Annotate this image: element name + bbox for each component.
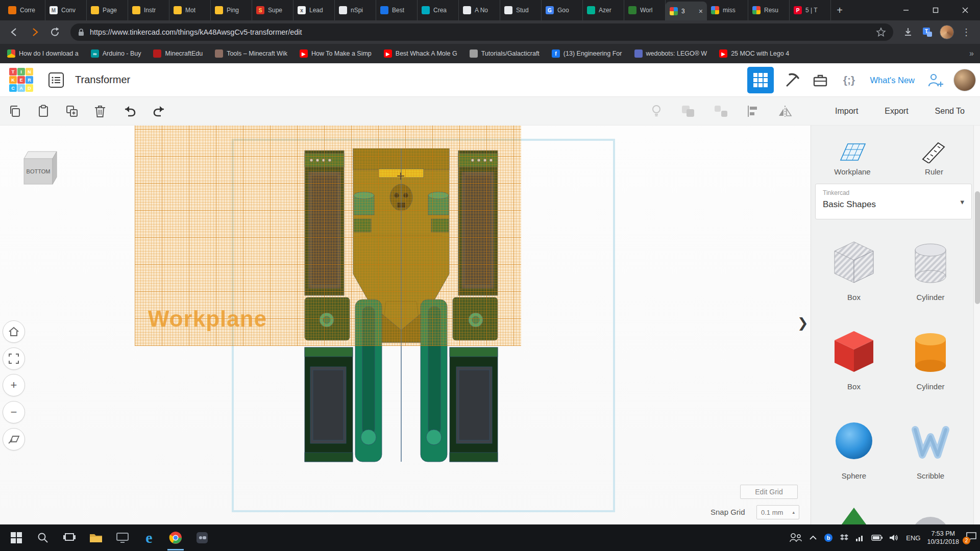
tinkercad-logo[interactable]: TINKERCAD <box>9 68 33 92</box>
home-view-button[interactable] <box>3 320 25 343</box>
tray-expand-icon[interactable] <box>809 535 817 540</box>
bookmark-item[interactable]: Tools – Minecraft Wik <box>215 49 287 58</box>
fit-view-button[interactable] <box>3 347 25 370</box>
shape-cylinder-orange[interactable]: Cylinder <box>900 327 961 391</box>
shape-partial-gray[interactable] <box>900 506 961 524</box>
file-explorer-icon[interactable] <box>83 524 109 551</box>
browser-tab[interactable]: Ping × <box>211 0 252 20</box>
design-canvas[interactable]: Workplane BOTTOM + − Edit Grid Snap Grid… <box>0 126 811 524</box>
panel-scrollbar-thumb[interactable] <box>975 191 980 304</box>
bookmark-star-icon[interactable] <box>876 27 886 37</box>
browser-tab[interactable]: Resu × <box>748 0 790 20</box>
task-view-icon[interactable] <box>56 524 83 551</box>
ungroup-icon[interactable] <box>714 105 728 118</box>
snap-grid-select[interactable]: 0.1 mm ▴ <box>756 505 799 519</box>
zoom-in-button[interactable]: + <box>3 374 25 396</box>
people-icon[interactable] <box>789 533 802 543</box>
forward-icon[interactable] <box>26 23 44 41</box>
zoom-out-button[interactable]: − <box>3 401 25 423</box>
edit-grid-button[interactable]: Edit Grid <box>740 485 798 499</box>
minecraft-pickaxe-icon[interactable] <box>781 69 802 91</box>
close-window-button[interactable] <box>950 0 980 20</box>
workplane-tool[interactable]: Workplane <box>819 137 886 176</box>
url-field[interactable]: https://www.tinkercad.com/things/kA48Aws… <box>70 23 893 41</box>
duplicate-icon[interactable] <box>65 105 79 118</box>
browser-tab[interactable]: Instr × <box>128 0 169 20</box>
browser-tab[interactable]: Azer × <box>583 0 624 20</box>
view-cube[interactable]: BOTTOM <box>20 148 61 188</box>
invite-person-icon[interactable] <box>925 69 946 91</box>
dashboard-grid-button[interactable] <box>747 67 774 93</box>
pinned-app2-icon[interactable] <box>189 524 215 551</box>
undo-icon[interactable] <box>121 104 137 118</box>
reload-icon[interactable] <box>46 23 64 41</box>
bookmark-item[interactable]: MinecraftEdu <box>153 49 203 58</box>
search-icon[interactable] <box>30 524 56 551</box>
briefcase-icon[interactable] <box>810 69 831 91</box>
perspective-toggle-button[interactable] <box>3 428 25 450</box>
pinned-app-icon[interactable] <box>109 524 136 551</box>
copy-icon[interactable] <box>8 105 21 118</box>
shape-partial-green[interactable] <box>823 506 885 524</box>
send-to-button[interactable]: Send To <box>935 107 965 116</box>
delete-icon[interactable] <box>94 105 106 118</box>
download-icon[interactable] <box>899 23 917 41</box>
battery-icon[interactable] <box>871 535 883 541</box>
tab-close-icon[interactable]: × <box>699 8 703 15</box>
browser-tab[interactable]: P 5 | T × <box>790 0 831 20</box>
bluetooth-app-icon[interactable]: b <box>824 533 833 542</box>
browser-tab[interactable]: Best × <box>376 0 418 20</box>
browser-tab[interactable]: Page × <box>87 0 128 20</box>
browser-tab[interactable]: 3 × <box>666 2 707 20</box>
paste-icon[interactable] <box>37 105 50 118</box>
shape-box-red[interactable]: Box <box>823 327 885 391</box>
taskbar-clock[interactable]: 7:53 PM 10/31/2018 <box>927 530 959 546</box>
network-icon[interactable] <box>855 534 865 541</box>
panel-collapse-icon[interactable]: ❯ <box>796 315 810 331</box>
back-icon[interactable] <box>5 23 23 41</box>
translate-icon[interactable]: T <box>919 23 936 41</box>
browser-tab[interactable]: Worl × <box>624 0 666 20</box>
user-avatar[interactable] <box>953 69 976 91</box>
shape-category-dropdown[interactable]: Tinkercad Basic Shapes ▾ <box>815 184 972 219</box>
shape-box-transparent[interactable]: Box <box>823 238 885 302</box>
maximize-button[interactable] <box>921 0 950 20</box>
browser-tab[interactable]: miss × <box>707 0 748 20</box>
browser-tab[interactable]: nSpi × <box>335 0 376 20</box>
action-center-icon[interactable]: 2 <box>966 532 977 544</box>
design-title[interactable]: Transformer <box>75 74 130 86</box>
dropbox-icon[interactable] <box>840 534 849 542</box>
volume-icon[interactable] <box>889 534 899 542</box>
browser-tab[interactable]: M Conv × <box>45 0 87 20</box>
minimize-button[interactable] <box>891 0 921 20</box>
bookmark-item[interactable]: f (13) Engineering For <box>552 49 622 58</box>
align-icon[interactable] <box>746 105 760 118</box>
browser-tab[interactable]: Corre × <box>4 0 45 20</box>
bookmark-item[interactable]: How do I download a <box>7 49 79 58</box>
browser-tab[interactable]: Stud × <box>500 0 542 20</box>
workplane-overlay[interactable]: Workplane <box>135 126 521 346</box>
bookmark-item[interactable]: wedobots: LEGO® W <box>634 49 707 58</box>
whats-new-link[interactable]: What's New <box>870 76 915 85</box>
shape-scribble[interactable]: Scribble <box>900 416 961 480</box>
ruler-tool[interactable]: Ruler <box>901 137 967 176</box>
bookmarks-overflow-icon[interactable]: » <box>969 49 974 58</box>
browser-tab[interactable]: Mot × <box>169 0 211 20</box>
lightbulb-icon[interactable] <box>650 104 663 118</box>
bookmark-item[interactable]: ∞ Arduino - Buy <box>91 49 141 58</box>
edge-icon[interactable]: e <box>136 524 162 551</box>
redo-icon[interactable] <box>152 104 167 118</box>
bookmark-item[interactable]: ▶ 25 MOC with Lego 4 <box>719 49 789 58</box>
browser-tab[interactable]: A No × <box>459 0 500 20</box>
browser-profile-avatar[interactable] <box>938 23 955 41</box>
chrome-icon[interactable] <box>162 524 189 551</box>
design-menu-icon[interactable] <box>46 70 66 90</box>
codeblocks-icon[interactable]: {;} <box>838 69 860 91</box>
panel-scrollbar[interactable] <box>973 126 980 524</box>
mirror-icon[interactable] <box>778 105 792 118</box>
start-button[interactable] <box>3 524 30 551</box>
url-text[interactable]: https://www.tinkercad.com/things/kA48Aws… <box>90 28 871 36</box>
shape-cylinder-transparent[interactable]: Cylinder <box>900 238 961 302</box>
bookmark-item[interactable]: ▶ How To Make a Simp <box>300 49 372 58</box>
browser-tab[interactable]: x Lead × <box>293 0 335 20</box>
